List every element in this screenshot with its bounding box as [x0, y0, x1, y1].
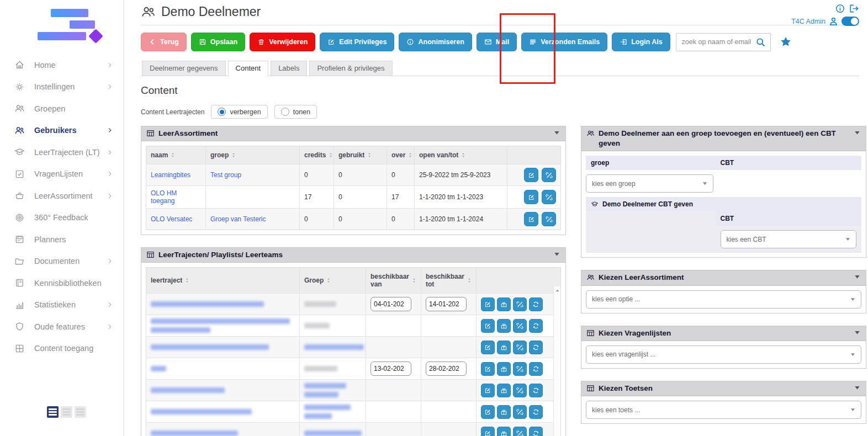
- sidebar-item-leerassortiment[interactable]: LeerAssortiment: [0, 185, 123, 207]
- column-groep[interactable]: groep: [206, 146, 300, 164]
- sidebar-item-oude-features[interactable]: Oude features: [0, 316, 123, 338]
- kiezen-leerassortiment-select[interactable]: kies een optie ...: [586, 290, 861, 309]
- column-over[interactable]: over: [387, 146, 415, 164]
- edit-button[interactable]: [524, 190, 538, 204]
- edit-button[interactable]: [481, 341, 495, 354]
- gift-button[interactable]: [497, 297, 511, 311]
- column-credits[interactable]: credits: [300, 146, 334, 164]
- refresh-button[interactable]: [529, 341, 543, 354]
- mail-button[interactable]: Mail: [477, 33, 517, 51]
- sidebar-item-instellingen[interactable]: Instellingen: [0, 76, 123, 98]
- unlink-button[interactable]: [513, 341, 527, 354]
- groep-link[interactable]: Groep van Testeric: [210, 215, 266, 223]
- signout-icon[interactable]: [849, 3, 859, 14]
- opslaan-button[interactable]: Opslaan: [191, 33, 245, 51]
- caret-up-icon[interactable]: [555, 288, 560, 293]
- column-beschikbaar-van[interactable]: beschikbaar van: [366, 268, 421, 293]
- column-leertraject[interactable]: leertraject: [146, 268, 300, 293]
- table-scrollbar[interactable]: [553, 286, 560, 436]
- refresh-button[interactable]: [529, 319, 543, 333]
- anonimiseren-button[interactable]: Anonimiseren: [399, 33, 472, 51]
- refresh-button[interactable]: [529, 384, 543, 397]
- theme-toggle[interactable]: [841, 17, 859, 26]
- verwijderen-button[interactable]: Verwijderen: [250, 33, 315, 51]
- column-beschikbaar-tot[interactable]: beschikbaar tot: [421, 268, 477, 293]
- refresh-button[interactable]: [529, 405, 543, 419]
- edit-button[interactable]: [481, 384, 495, 397]
- unlink-button[interactable]: [513, 405, 527, 419]
- edit-button[interactable]: [481, 297, 495, 311]
- person-icon[interactable]: [828, 16, 839, 26]
- edit-button[interactable]: [524, 212, 538, 226]
- sidebar-item-vragenlijsten[interactable]: VragenLijsten: [0, 163, 123, 185]
- naam-link[interactable]: Learningbites: [151, 171, 190, 179]
- sidebar-item-documenten[interactable]: Documenten: [0, 251, 123, 273]
- sidebar-item-content-toegang[interactable]: Content toegang: [0, 338, 123, 360]
- sidebar-item-planners[interactable]: Planners: [0, 228, 123, 251]
- edit-privileges-button[interactable]: Edit Privileges: [320, 33, 394, 51]
- gift-button[interactable]: [497, 319, 511, 333]
- unlink-button[interactable]: [513, 362, 527, 376]
- refresh-button[interactable]: [529, 427, 543, 436]
- kiezen-vragenlijsten-select[interactable]: kies een vragenlijst ...: [586, 345, 861, 364]
- collapse-caret-icon[interactable]: [553, 129, 560, 136]
- column-groep[interactable]: Groep: [300, 268, 366, 293]
- layout-option-2[interactable]: [61, 406, 72, 418]
- sidebar-item-360-feedback[interactable]: 360° Feedback: [0, 207, 123, 229]
- beschikbaar-van-input[interactable]: [371, 361, 411, 376]
- gift-button[interactable]: [497, 341, 511, 354]
- column-gebruikt[interactable]: gebruikt: [334, 146, 387, 164]
- sidebar-item-groepen[interactable]: Groepen: [0, 98, 123, 120]
- gift-button[interactable]: [497, 427, 511, 436]
- edit-button[interactable]: [524, 168, 538, 182]
- gift-button[interactable]: [497, 362, 511, 376]
- verzonden-emails-button[interactable]: Verzonden Emails: [521, 33, 607, 51]
- gift-button[interactable]: [497, 405, 511, 419]
- refresh-button[interactable]: [529, 297, 543, 311]
- radio-verbergen[interactable]: verbergen: [211, 105, 267, 119]
- edit-button[interactable]: [481, 362, 495, 376]
- unlink-button[interactable]: [542, 212, 556, 226]
- login-als-button[interactable]: Login Als: [612, 33, 670, 51]
- collapse-caret-icon[interactable]: [854, 129, 861, 136]
- sidebar-item-home[interactable]: Home: [0, 54, 123, 76]
- edit-button[interactable]: [481, 319, 495, 333]
- cbt-select[interactable]: kies een CBT: [721, 230, 856, 248]
- unlink-button[interactable]: [542, 190, 556, 204]
- radio-tonen[interactable]: tonen: [274, 105, 317, 119]
- edit-button[interactable]: [481, 405, 495, 419]
- refresh-button[interactable]: [529, 362, 543, 376]
- tab-deelnemer-gegevens[interactable]: Deelnemer gegevens: [142, 61, 226, 76]
- naam-link[interactable]: OLO Versatec: [151, 215, 192, 223]
- groep-select[interactable]: kies een groep: [586, 174, 713, 193]
- unlink-button[interactable]: [513, 297, 527, 311]
- caret-down-icon[interactable]: [854, 329, 861, 336]
- collapse-caret-icon[interactable]: [553, 251, 560, 258]
- edit-button[interactable]: [481, 427, 495, 436]
- kiezen-toetsen-select[interactable]: kies een toets ...: [586, 401, 861, 419]
- unlink-button[interactable]: [513, 319, 527, 333]
- layout-option-3[interactable]: [75, 406, 86, 418]
- unlink-button[interactable]: [513, 384, 527, 397]
- groep-link[interactable]: Test group: [210, 171, 241, 179]
- layout-option-list-active[interactable]: [47, 406, 59, 418]
- unlink-button[interactable]: [542, 168, 556, 182]
- tab-labels[interactable]: Labels: [271, 61, 307, 76]
- tab-profielen-privileges[interactable]: Profielen & privileges: [309, 61, 392, 76]
- tab-content[interactable]: Content: [228, 61, 269, 76]
- sidebar-item-kennisbibliotheken[interactable]: Kennisbibliotheken: [0, 272, 123, 294]
- sidebar-item-gebruikers[interactable]: Gebruikers: [0, 120, 123, 142]
- search-icon[interactable]: [755, 37, 766, 47]
- favorite-star-icon[interactable]: [780, 36, 792, 48]
- column-open-van-tot[interactable]: open van/tot: [415, 146, 507, 164]
- sidebar-item-leertrajecten-lt[interactable]: LeerTrajecten (LT): [0, 141, 123, 163]
- caret-down-icon[interactable]: [854, 384, 861, 391]
- column-naam[interactable]: naam: [146, 146, 206, 164]
- terug-button[interactable]: Terug: [141, 33, 187, 51]
- gift-button[interactable]: [497, 384, 511, 397]
- sidebar-item-statistieken[interactable]: Statistieken: [0, 294, 123, 316]
- naam-link[interactable]: OLO HM toegang: [151, 189, 201, 205]
- beschikbaar-tot-input[interactable]: [426, 297, 467, 311]
- info-icon[interactable]: [835, 3, 845, 14]
- beschikbaar-tot-input[interactable]: [426, 361, 467, 376]
